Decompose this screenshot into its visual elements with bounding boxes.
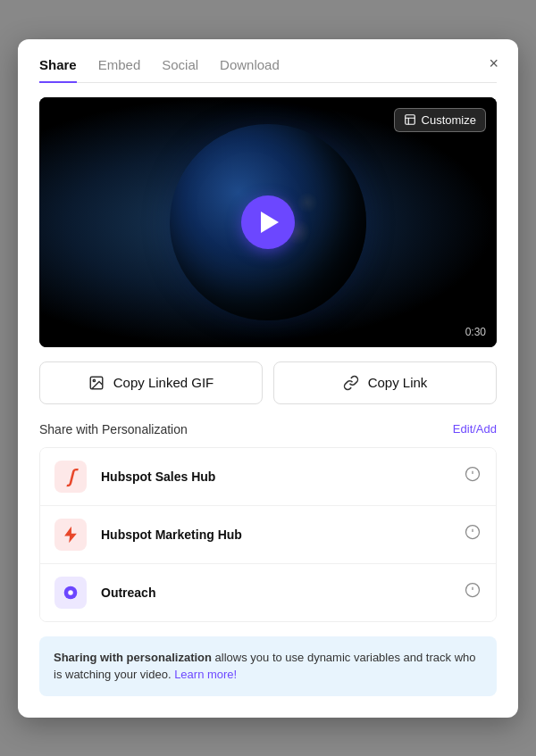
- share-modal: × Share Embed Social Download Customize …: [18, 39, 518, 718]
- video-background: [39, 97, 497, 347]
- copy-gif-label: Copy Linked GIF: [113, 375, 214, 390]
- customize-label: Customize: [422, 113, 476, 127]
- action-buttons: Copy Linked GIF Copy Link: [39, 361, 497, 404]
- share-with-personalization-title: Share with Personalization: [39, 422, 188, 436]
- hubspot-marketing-name: Hubspot Marketing Hub: [101, 528, 464, 542]
- tab-share[interactable]: Share: [39, 57, 77, 83]
- info-box: Sharing with personalization allows you …: [39, 636, 497, 696]
- outreach-icon: [54, 577, 87, 609]
- outreach-name: Outreach: [101, 586, 464, 600]
- tab-bar: Share Embed Social Download: [39, 57, 497, 83]
- integration-item-outreach[interactable]: Outreach: [40, 564, 496, 621]
- video-duration: 0:30: [465, 326, 486, 338]
- customize-icon: [404, 113, 416, 126]
- tab-embed[interactable]: Embed: [98, 57, 141, 83]
- customize-button[interactable]: Customize: [394, 108, 486, 132]
- tab-download[interactable]: Download: [220, 57, 280, 83]
- play-icon: [261, 212, 279, 233]
- video-player: Customize 0:30: [39, 97, 497, 347]
- copy-link-button[interactable]: Copy Link: [273, 361, 497, 404]
- svg-point-6: [68, 590, 73, 595]
- play-button[interactable]: [241, 195, 295, 249]
- hubspot-sales-icon: ʃ: [54, 461, 87, 493]
- hubspot-marketing-icon: [54, 519, 87, 551]
- svg-rect-0: [405, 115, 415, 125]
- hubspot-sales-name: Hubspot Sales Hub: [101, 469, 464, 484]
- outreach-action-icon[interactable]: [464, 581, 482, 603]
- copy-link-label: Copy Link: [368, 375, 428, 390]
- hubspot-marketing-action-icon[interactable]: [464, 523, 482, 545]
- link-icon: [343, 375, 359, 391]
- hubspot-sales-action-icon[interactable]: [464, 465, 482, 487]
- edit-add-link[interactable]: Edit/Add: [453, 422, 497, 436]
- image-icon: [88, 375, 105, 391]
- close-button[interactable]: ×: [483, 54, 504, 73]
- tab-social[interactable]: Social: [162, 57, 198, 83]
- integration-item-hubspot-sales[interactable]: ʃ Hubspot Sales Hub: [40, 448, 496, 506]
- share-personalization-header: Share with Personalization Edit/Add: [39, 422, 497, 436]
- integration-item-hubspot-marketing[interactable]: Hubspot Marketing Hub: [40, 506, 496, 564]
- integration-list: ʃ Hubspot Sales Hub Hubspot Marketing Hu…: [39, 447, 497, 622]
- learn-more-link[interactable]: Learn more!: [174, 668, 237, 681]
- svg-point-2: [93, 379, 95, 381]
- info-bold-text: Sharing with personalization: [54, 651, 212, 664]
- copy-linked-gif-button[interactable]: Copy Linked GIF: [39, 361, 263, 404]
